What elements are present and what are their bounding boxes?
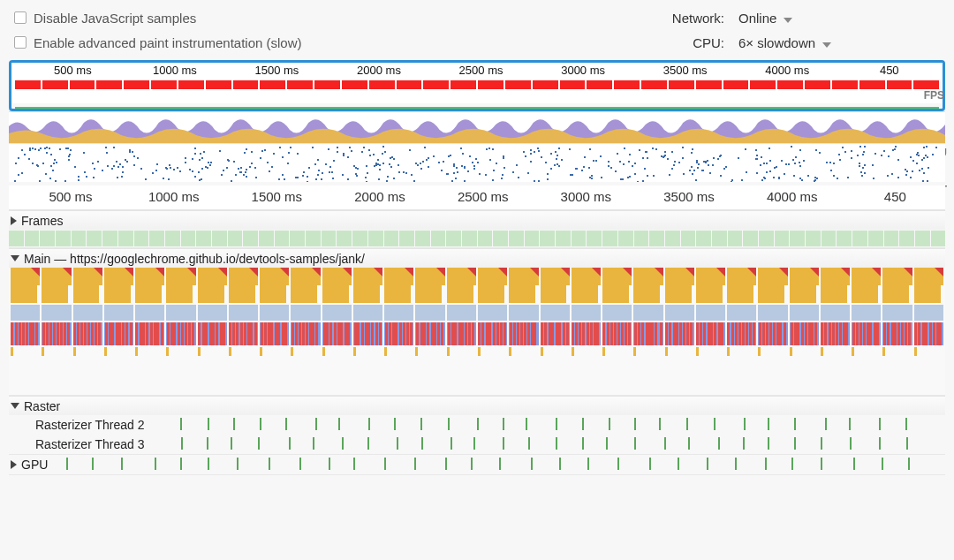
overview-panel[interactable]: 500 ms1000 ms1500 ms2000 ms2500 ms3000 m… [9,60,945,182]
disclosure-down-icon[interactable] [11,403,19,409]
network-select[interactable]: Online [738,11,792,26]
ruler-tick: 450 [884,189,906,204]
performance-settings-toolbar: Disable JavaScript samples Network: Onli… [0,0,954,58]
enable-paint-label: Enable advanced paint instrumentation (s… [34,35,302,50]
disclosure-right-icon[interactable] [11,460,17,469]
cpu-overview-track[interactable] [9,111,945,143]
ruler-tick: 3500 ms [663,64,708,77]
chevron-down-icon [822,42,831,48]
cpu-select[interactable]: 6× slowdown [738,35,831,50]
flame-chart[interactable] [9,268,945,395]
raster-thread-2-row[interactable] [177,415,945,435]
ruler-tick: 500 ms [54,64,92,77]
fps-overview-track[interactable] [11,79,943,103]
raster-thread-3-row[interactable] [177,435,945,454]
ruler-tick: 3500 ms [663,189,715,204]
frames-strip[interactable] [9,230,945,247]
ruler-tick: 4000 ms [767,189,818,204]
main-track[interactable]: Main — https://googlechrome.github.io/de… [9,248,945,396]
ruler-tick: 1500 ms [252,189,303,204]
gpu-label: GPU [21,458,48,472]
enable-paint-checkbox[interactable] [14,36,26,49]
ruler-tick: 2500 ms [459,64,504,77]
detail-ruler[interactable]: 500 ms1000 ms1500 ms2000 ms2500 ms3000 m… [9,185,945,210]
ruler-tick: 1000 ms [153,64,197,77]
frames-label: Frames [21,214,63,228]
gpu-row[interactable] [62,455,945,474]
ruler-tick: 450 [880,64,899,77]
disable-js-label: Disable JavaScript samples [34,11,196,26]
frames-track[interactable]: Frames [9,210,945,248]
ruler-tick: 2000 ms [357,64,401,77]
disclosure-right-icon[interactable] [11,216,17,225]
fps-highlight-box: 500 ms1000 ms1500 ms2000 ms2500 ms3000 m… [9,60,945,111]
raster-label: Raster [24,399,60,413]
ruler-tick: 2000 ms [354,189,405,204]
fps-track-label: FPS [924,89,944,102]
disable-js-checkbox[interactable] [14,11,26,24]
ruler-tick: 1000 ms [148,189,200,204]
raster-track[interactable]: Raster Rasterizer Thread 2 Rasterizer Th… [9,396,945,455]
ruler-tick: 3000 ms [561,189,612,204]
network-label: Network: [654,11,724,26]
gpu-track[interactable]: GPU [9,455,945,475]
ruler-tick: 3000 ms [561,64,605,77]
ruler-tick: 1500 ms [255,64,299,77]
net-overview-track[interactable] [9,143,945,182]
ruler-tick: 4000 ms [765,64,809,77]
fps-baseline-line [15,107,939,109]
chevron-down-icon [784,18,792,23]
ruler-tick: 500 ms [49,189,92,204]
disclosure-down-icon[interactable] [11,255,19,261]
ruler-tick: 2500 ms [458,189,509,204]
cpu-label: CPU: [654,35,724,50]
main-label: Main — https://googlechrome.github.io/de… [24,252,365,266]
overview-ruler[interactable]: 500 ms1000 ms1500 ms2000 ms2500 ms3000 m… [11,63,943,79]
